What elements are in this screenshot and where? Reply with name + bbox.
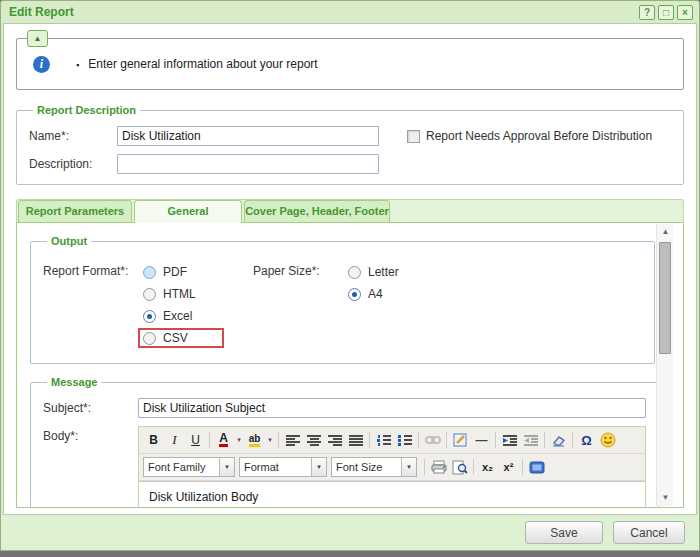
radio-option-csv: CSV (143, 327, 253, 349)
tab-bar: Report Parameters General Cover Page, He… (16, 199, 684, 222)
description-label: Description: (29, 157, 117, 171)
outdent-button[interactable] (520, 431, 541, 450)
highlight-color-button[interactable]: ab (244, 431, 265, 450)
align-right-button[interactable] (324, 431, 345, 450)
message-legend: Message (47, 376, 101, 388)
pdf-label: PDF (163, 265, 187, 279)
cancel-button[interactable]: Cancel (613, 521, 685, 544)
maximize-button[interactable]: □ (658, 5, 674, 20)
letter-radio[interactable] (348, 266, 361, 279)
dialog-title: Edit Report (9, 5, 636, 19)
html-label: HTML (163, 287, 196, 301)
title-bar: Edit Report ? □ × (1, 1, 699, 23)
panel-scrollbar[interactable]: ▲ ▼ (656, 224, 673, 506)
preview-icon (452, 460, 468, 475)
dialog-content: ▲ i ▪Enter general information about you… (3, 23, 697, 515)
maximize-icon: □ (663, 7, 669, 18)
a4-radio[interactable] (348, 288, 361, 301)
paper-size-label: Paper Size*: (253, 261, 348, 349)
collapse-button[interactable]: ▲ (27, 30, 48, 47)
font-color-caret[interactable]: ▾ (234, 431, 244, 450)
scrollbar-thumb[interactable] (659, 242, 671, 354)
numbered-list-button[interactable] (373, 431, 394, 450)
format-value: Format (240, 461, 311, 473)
insert-link-button[interactable] (422, 431, 443, 450)
format-dropdown[interactable]: Format ▾ (239, 457, 327, 477)
scroll-up-icon[interactable]: ▲ (657, 224, 674, 240)
toolbar-separator (572, 432, 573, 448)
name-input[interactable] (117, 126, 379, 146)
name-row: Name*: Report Needs Approval Before Dist… (29, 126, 671, 146)
description-input[interactable] (117, 154, 379, 174)
info-banner: ▲ i ▪Enter general information about you… (16, 38, 684, 90)
superscript-button[interactable]: x² (498, 458, 519, 477)
pdf-radio[interactable] (143, 266, 156, 279)
indent-button[interactable] (499, 431, 520, 450)
bold-button[interactable]: B (143, 431, 164, 450)
subject-input[interactable] (138, 398, 646, 418)
toolbar-separator (369, 432, 370, 448)
body-row: Body*: B I U A ▾ ab ▾ (43, 426, 646, 508)
emoticons-button[interactable] (597, 431, 618, 450)
csv-highlight-box: CSV (138, 328, 224, 348)
align-left-button[interactable] (282, 431, 303, 450)
toolbar-separator (278, 432, 279, 448)
info-icon: i (33, 56, 50, 73)
rich-text-editor: B I U A ▾ ab ▾ (138, 426, 646, 508)
body-label: Body*: (43, 426, 138, 508)
edit-document-icon (453, 433, 468, 447)
tab-cover-page-header-footer[interactable]: Cover Page, Header, Footer (244, 200, 390, 222)
edit-document-button[interactable] (450, 431, 471, 450)
tab-general[interactable]: General (134, 200, 242, 223)
font-color-button[interactable]: A (213, 431, 234, 450)
indent-icon (503, 434, 517, 446)
dialog-footer: Save Cancel (1, 515, 699, 550)
radio-option-a4: A4 (348, 283, 399, 305)
align-center-button[interactable] (303, 431, 324, 450)
csv-radio[interactable] (143, 332, 156, 345)
paper-size-options: Letter A4 (348, 261, 399, 349)
toolbar-separator (424, 459, 425, 475)
close-button[interactable]: × (677, 5, 693, 20)
align-justify-button[interactable] (345, 431, 366, 450)
highlight-color-caret[interactable]: ▾ (265, 431, 275, 450)
toolbar-separator (446, 432, 447, 448)
align-right-icon (328, 434, 342, 446)
bullet-list-icon (398, 434, 412, 446)
preview-button[interactable] (449, 458, 470, 477)
radio-option-letter: Letter (348, 261, 399, 283)
toolbar-separator (495, 432, 496, 448)
bullet-list-button[interactable] (394, 431, 415, 450)
help-button[interactable]: ? (639, 5, 655, 20)
general-tab-panel: Output Report Format*: PDF HTML (16, 222, 684, 508)
toolbar-separator (418, 432, 419, 448)
tab-report-parameters[interactable]: Report Parameters (18, 200, 132, 222)
approval-checkbox[interactable] (407, 130, 420, 143)
scroll-down-icon[interactable]: ▼ (657, 490, 674, 506)
csv-label: CSV (163, 331, 188, 345)
font-size-dropdown[interactable]: Font Size ▾ (331, 457, 417, 477)
subscript-button[interactable]: x₂ (477, 458, 498, 477)
font-family-value: Font Family (144, 461, 219, 473)
excel-radio[interactable] (143, 310, 156, 323)
radio-option-pdf: PDF (143, 261, 253, 283)
info-row: i ▪Enter general information about your … (17, 39, 683, 89)
horizontal-rule-button[interactable]: — (471, 431, 492, 450)
output-grid: Report Format*: PDF HTML Excel (43, 261, 642, 349)
report-description-legend: Report Description (33, 104, 140, 116)
html-radio[interactable] (143, 288, 156, 301)
editor-body[interactable]: Disk Utilization Body (139, 481, 645, 508)
toolbar-separator (209, 432, 210, 448)
remove-format-button[interactable] (548, 431, 569, 450)
report-format-label: Report Format*: (43, 261, 143, 349)
message-section: Message Subject*: Body*: B I U A (30, 376, 659, 508)
font-family-dropdown[interactable]: Font Family ▾ (143, 457, 235, 477)
italic-button[interactable]: I (164, 431, 185, 450)
underline-button[interactable]: U (185, 431, 206, 450)
report-format-options: PDF HTML Excel C (143, 261, 253, 349)
special-char-button[interactable]: Ω (576, 431, 597, 450)
subject-row: Subject*: (43, 398, 646, 418)
fullscreen-button[interactable] (526, 458, 547, 477)
save-button[interactable]: Save (525, 521, 603, 544)
print-button[interactable] (428, 458, 449, 477)
